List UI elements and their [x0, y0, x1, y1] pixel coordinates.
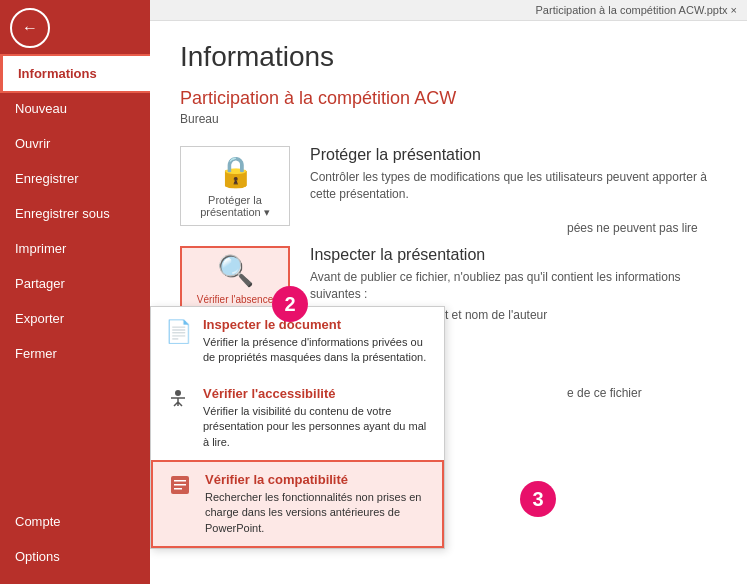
inspecter-icon: 📄 — [163, 319, 193, 345]
compatibilite-title: Vérifier la compatibilité — [205, 472, 430, 487]
doc-title: Participation à la compétition ACW — [180, 88, 717, 109]
inspecter-desc: Vérifier la présence d'informations priv… — [203, 335, 432, 366]
badge-2: 2 — [272, 286, 308, 322]
sidebar-item-label: Informations — [18, 66, 97, 81]
doc-location: Bureau — [180, 112, 717, 126]
lock-icon: 🔒 — [217, 154, 254, 189]
sidebar-item-imprimer[interactable]: Imprimer — [0, 231, 150, 266]
sidebar-item-exporter[interactable]: Exporter — [0, 301, 150, 336]
sidebar-item-ouvrir[interactable]: Ouvrir — [0, 126, 150, 161]
dropdown-item-compatibilite[interactable]: Vérifier la compatibilité Rechercher les… — [151, 460, 444, 548]
sidebar-item-label: Enregistrer — [15, 171, 79, 186]
back-button[interactable]: ← — [10, 8, 50, 48]
protect-text: Protéger la présentation Contrôler les t… — [310, 146, 717, 203]
compatibilite-desc: Rechercher les fonctionnalités non prise… — [205, 490, 430, 536]
sidebar-item-label: Compte — [15, 514, 61, 529]
accessibilite-desc: Vérifier la visibilité du contenu de vot… — [203, 404, 432, 450]
right-partial-encrypted: pées ne peuvent pas lire — [567, 221, 747, 235]
inspect-heading: Inspecter la présentation — [310, 246, 717, 264]
compatibilite-icon — [165, 474, 195, 502]
back-icon: ← — [22, 19, 38, 37]
accessibilite-icon — [163, 388, 193, 416]
protect-desc: Contrôler les types de modifications que… — [310, 169, 717, 203]
sidebar-item-label: Nouveau — [15, 101, 67, 116]
sidebar-item-label: Partager — [15, 276, 65, 291]
sidebar-item-informations[interactable]: Informations — [0, 56, 150, 91]
inspect-icon: 🔍 — [217, 253, 254, 288]
protect-heading: Protéger la présentation — [310, 146, 717, 164]
sidebar-item-label: Enregistrer sous — [15, 206, 110, 221]
sidebar-item-compte[interactable]: Compte — [0, 504, 150, 539]
page-title: Informations — [180, 41, 717, 73]
sidebar: ← Informations Nouveau Ouvrir Enregistre… — [0, 0, 150, 584]
sidebar-item-label: Options — [15, 549, 60, 564]
dropdown-item-accessibilite[interactable]: Vérifier l'accessibilité Vérifier la vis… — [151, 376, 444, 460]
right-partial-file: e de ce fichier — [567, 386, 747, 400]
sidebar-item-fermer[interactable]: Fermer — [0, 336, 150, 371]
sidebar-item-enregistrer-sous[interactable]: Enregistrer sous — [0, 196, 150, 231]
accessibilite-title: Vérifier l'accessibilité — [203, 386, 432, 401]
svg-rect-3 — [174, 484, 186, 486]
svg-rect-2 — [174, 480, 186, 482]
sidebar-item-enregistrer[interactable]: Enregistrer — [0, 161, 150, 196]
content-area: 1 🔒 Protéger la présentation ▾ Protéger … — [150, 146, 747, 326]
protect-icon-box[interactable]: 🔒 Protéger la présentation ▾ — [180, 146, 290, 226]
sidebar-item-label: Imprimer — [15, 241, 66, 256]
sidebar-item-label: Exporter — [15, 311, 64, 326]
dropdown-menu: 📄 Inspecter le document Vérifier la prés… — [150, 306, 445, 549]
protect-button-label[interactable]: Protéger la présentation ▾ — [186, 194, 284, 219]
svg-point-0 — [175, 390, 181, 396]
inspect-desc: Avant de publier ce fichier, n'oubliez p… — [310, 269, 717, 303]
title-bar: Participation à la compétition ACW.pptx … — [150, 0, 747, 21]
sidebar-item-label: Ouvrir — [15, 136, 50, 151]
sidebar-item-options[interactable]: Options — [0, 539, 150, 574]
sidebar-item-partager[interactable]: Partager — [0, 266, 150, 301]
sidebar-item-nouveau[interactable]: Nouveau — [0, 91, 150, 126]
sidebar-item-label: Fermer — [15, 346, 57, 361]
inspecter-title: Inspecter le document — [203, 317, 432, 332]
protect-section: 🔒 Protéger la présentation ▾ Protéger la… — [180, 146, 717, 226]
badge-3: 3 — [520, 481, 556, 517]
svg-rect-4 — [174, 488, 182, 490]
page-header: Informations Participation à la compétit… — [150, 21, 747, 146]
title-bar-text: Participation à la compétition ACW.pptx … — [536, 4, 737, 16]
main-content: Participation à la compétition ACW.pptx … — [150, 0, 747, 584]
